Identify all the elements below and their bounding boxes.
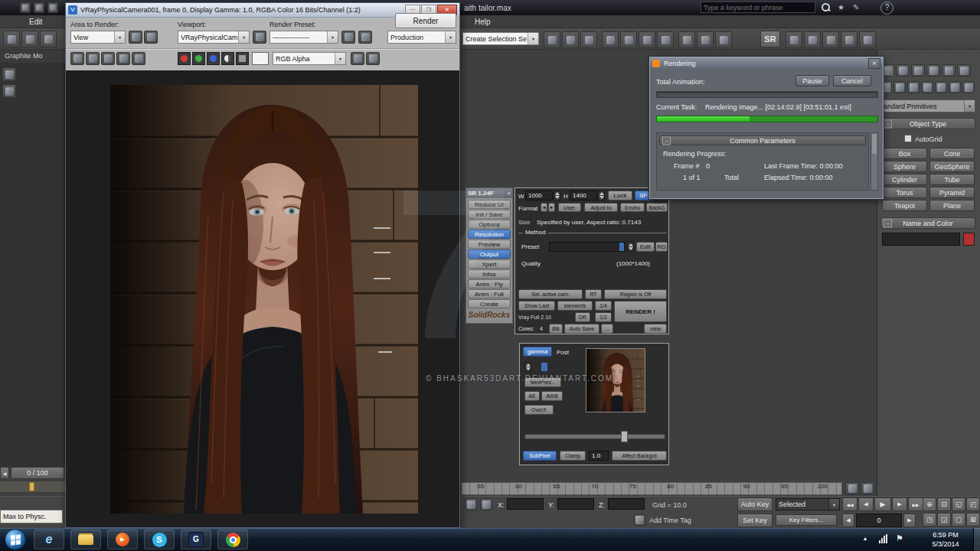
- time-tag-icon[interactable]: [634, 514, 645, 526]
- pan-button[interactable]: ◳: [923, 513, 936, 527]
- sr-button-infos[interactable]: Infos: [468, 269, 511, 279]
- dr-button[interactable]: DR: [575, 312, 590, 322]
- taskbar-item-ie[interactable]: e: [34, 530, 64, 549]
- rendering-dialog[interactable]: Rendering ✕ Total Animation: Pause Cance…: [649, 57, 884, 199]
- timeline-ruler[interactable]: 55 60 65 70 75 80 85 90 95 100: [461, 482, 842, 495]
- selection-filter-combo[interactable]: Selected ▾: [776, 498, 840, 510]
- clamp-value-field[interactable]: 1.0: [589, 451, 609, 461]
- common-parameters-header[interactable]: − Common Parameters: [659, 135, 866, 145]
- search-icon[interactable]: [821, 2, 831, 12]
- chevron-down-icon[interactable]: ▾: [335, 53, 345, 64]
- collapse-icon[interactable]: −: [884, 219, 892, 227]
- pencil-icon[interactable]: ✎: [853, 3, 859, 11]
- width-spinner[interactable]: [554, 191, 560, 201]
- auto-save-button[interactable]: Auto Save: [564, 324, 599, 334]
- collapse-icon[interactable]: −: [884, 119, 892, 128]
- align-icon[interactable]: [562, 31, 579, 48]
- primitive-button-box[interactable]: Box: [882, 148, 927, 159]
- red-channel-icon[interactable]: [178, 52, 191, 65]
- preset-rd-button[interactable]: RD: [655, 242, 668, 252]
- sr-button-init-save[interactable]: Init / Save: [468, 210, 511, 219]
- render-mode-combo[interactable]: Production ▾: [387, 31, 456, 44]
- format-next-button[interactable]: ▸: [548, 203, 555, 212]
- select-active-camera-button[interactable]: Sel. active cam.: [518, 289, 583, 299]
- previous-key-button[interactable]: ◀: [842, 514, 854, 527]
- layer-manager-icon[interactable]: [580, 31, 597, 48]
- mono-channel-icon[interactable]: [221, 52, 234, 65]
- open-file-icon[interactable]: [34, 2, 44, 13]
- lighting-analysis-icon[interactable]: [822, 31, 839, 48]
- quarter-res-button[interactable]: 1/4: [595, 301, 612, 311]
- chevron-down-icon[interactable]: ▾: [238, 31, 249, 43]
- new-scene-icon[interactable]: [20, 2, 31, 13]
- help-icon[interactable]: ?: [880, 2, 893, 15]
- render-production-icon[interactable]: [358, 31, 372, 44]
- tray-clock[interactable]: 6:59 PM 5/3/2014: [922, 530, 969, 550]
- next-frame-button[interactable]: ▶: [892, 497, 907, 511]
- autogrid-checkbox[interactable]: [904, 135, 912, 142]
- helpers-category-icon[interactable]: [935, 81, 947, 93]
- bind-to-spacewarp-icon[interactable]: [40, 31, 57, 47]
- taskbar-item-chrome[interactable]: [217, 530, 248, 549]
- material-editor-icon[interactable]: [657, 31, 674, 48]
- render-button[interactable]: Render: [395, 13, 456, 28]
- cancel-button[interactable]: Cancel: [833, 75, 871, 86]
- timeline-prev-key-icon[interactable]: [845, 482, 859, 494]
- height-spinner[interactable]: [598, 191, 605, 201]
- time-slider-handle[interactable]: 0 / 100: [11, 467, 64, 479]
- systems-category-icon[interactable]: [962, 81, 975, 93]
- current-frame-field[interactable]: 0: [856, 514, 902, 527]
- user-format-button[interactable]: User.: [558, 203, 581, 212]
- solidrocks-titlebar[interactable]: SR 1.24F ✕: [466, 188, 512, 198]
- overx-button[interactable]: OverX: [524, 405, 554, 415]
- dialog-scrollbar[interactable]: [871, 132, 878, 191]
- activeshade-icon[interactable]: [804, 31, 821, 48]
- previous-frame-button[interactable]: ◀: [858, 497, 874, 511]
- view-button[interactable]: view: [644, 324, 667, 334]
- close-icon[interactable]: ✕: [868, 58, 880, 69]
- goto-start-button[interactable]: ◀◀: [842, 497, 858, 511]
- render-button[interactable]: RENDER !: [614, 301, 667, 322]
- add-time-tag[interactable]: Add Time Tag: [649, 517, 691, 524]
- shapes-category-icon[interactable]: [893, 81, 906, 93]
- select-and-link-icon[interactable]: [3, 31, 20, 47]
- edit-region-icon[interactable]: [129, 31, 142, 44]
- modify-tab-icon[interactable]: [896, 64, 910, 77]
- absolute-mode-icon[interactable]: [480, 498, 492, 510]
- viewport-layout-icon[interactable]: [2, 67, 16, 81]
- action-center-flag-icon[interactable]: ⚑: [896, 533, 903, 543]
- preset-field[interactable]: [549, 242, 626, 252]
- subpixel-button[interactable]: SubPixel: [523, 451, 557, 461]
- enviro-button[interactable]: Enviro: [620, 203, 645, 212]
- show-last-button[interactable]: Show Last: [518, 301, 555, 311]
- half-res-button[interactable]: 1/2: [595, 312, 612, 322]
- primitive-button-teapot[interactable]: Teapot: [882, 200, 927, 211]
- clear-image-icon[interactable]: [132, 52, 145, 65]
- orbit-button[interactable]: ▢: [952, 513, 965, 527]
- object-color-swatch[interactable]: [963, 233, 975, 246]
- close-icon[interactable]: ✕: [507, 191, 512, 196]
- rendering-dialog-titlebar[interactable]: Rendering ✕: [650, 57, 883, 70]
- spacewarps-category-icon[interactable]: [949, 81, 961, 93]
- save-file-icon[interactable]: [47, 2, 58, 13]
- adjust-to-button[interactable]: Adjust to: [584, 203, 618, 212]
- timeline-next-key-icon[interactable]: [861, 482, 874, 494]
- sr-button-anim-full[interactable]: Anim : Full: [468, 289, 511, 298]
- key-filters-button[interactable]: Key Filters...: [776, 514, 837, 526]
- primitive-button-cylinder[interactable]: Cylinder: [882, 174, 927, 185]
- menu-help[interactable]: Help: [475, 18, 491, 26]
- zoom-all-button[interactable]: ⊡: [937, 497, 951, 511]
- format-prev-button[interactable]: ◂: [541, 203, 547, 212]
- auto-region-icon[interactable]: [144, 31, 158, 44]
- primitive-button-tube[interactable]: Tube: [929, 174, 975, 185]
- height-field[interactable]: 1400: [570, 191, 597, 201]
- primitive-category-combo[interactable]: andard Primitives ▾: [880, 99, 975, 112]
- display-tab-icon[interactable]: [942, 64, 956, 77]
- width-field[interactable]: 1000: [525, 191, 553, 201]
- lock-aspect-button[interactable]: Lock: [608, 191, 632, 201]
- gamma-tab[interactable]: gamma: [523, 347, 552, 357]
- chevron-down-icon[interactable]: ▾: [528, 33, 538, 44]
- chevron-down-icon[interactable]: ▾: [828, 499, 839, 510]
- infocenter-search-input[interactable]: [701, 2, 815, 13]
- area-to-render-combo[interactable]: View ▾: [70, 31, 126, 44]
